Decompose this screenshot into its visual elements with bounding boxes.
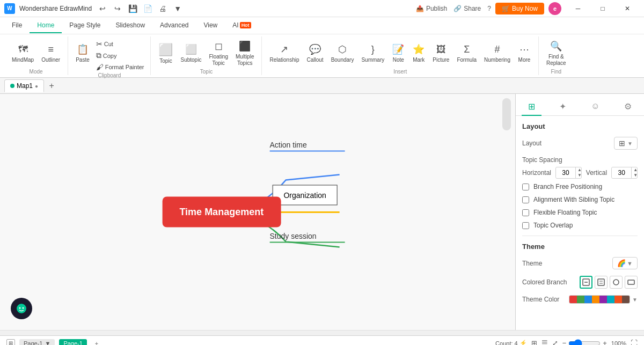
- print-button[interactable]: 🖨: [156, 2, 169, 15]
- horizontal-up[interactable]: ▲: [576, 167, 582, 173]
- theme-select-button[interactable]: 🌈 ▼: [612, 257, 638, 269]
- ai-face-svg: [16, 303, 27, 314]
- canvas[interactable]: Time Management Action time Organization…: [0, 94, 515, 330]
- vertical-scrollbar[interactable]: [502, 98, 511, 130]
- insert-items: ↗ Relationship 💬 Callout ⬡ Boundary } Su…: [266, 36, 534, 69]
- horizontal-input[interactable]: ▲ ▼: [555, 167, 582, 179]
- branch-action-time[interactable]: Action time: [269, 141, 345, 152]
- paste-button[interactable]: 📋 Paste: [72, 39, 93, 69]
- panel-tab-style[interactable]: ✦: [553, 98, 573, 116]
- tab-advanced[interactable]: Advanced: [152, 18, 196, 33]
- status-icon-list[interactable]: ☰: [541, 339, 548, 345]
- tab-close-icon[interactable]: ●: [35, 83, 38, 89]
- horizontal-down[interactable]: ▼: [576, 173, 582, 178]
- theme-color-chevron[interactable]: ▼: [632, 297, 638, 303]
- paste-icon: 📋: [77, 44, 89, 56]
- branch-organization[interactable]: Organization: [272, 185, 337, 205]
- page-1-tab[interactable]: Page-1 ▼: [19, 339, 55, 346]
- floating-topic-button[interactable]: ◻ FloatingTopic: [206, 39, 231, 69]
- vertical-up[interactable]: ▲: [632, 167, 638, 173]
- find-replace-button[interactable]: 🔍 Find &Replace: [543, 39, 569, 69]
- map-tab[interactable]: Map1 ●: [4, 79, 44, 92]
- panel-tab-settings[interactable]: ⚙: [618, 98, 638, 116]
- vertical-down[interactable]: ▼: [632, 173, 638, 178]
- ai-assistant-icon[interactable]: [11, 298, 32, 319]
- status-icon-grid[interactable]: ⊞: [531, 339, 537, 345]
- mode-label: Mode: [30, 69, 43, 76]
- mindmap-button[interactable]: 🗺 MindMap: [9, 39, 37, 69]
- tab-slideshow[interactable]: Slideshow: [108, 18, 152, 33]
- ribbon-group-topic: ⬜ Topic ⬜ Subtopic ◻ FloatingTopic ⬛ Mul…: [151, 36, 262, 75]
- boundary-button[interactable]: ⬡ Boundary: [328, 39, 357, 69]
- maximize-button[interactable]: □: [590, 0, 615, 17]
- note-button[interactable]: 📝 Note: [389, 39, 408, 69]
- panel-content: Layout Layout ⊞ ▼ Topic Spacing Horizont…: [516, 116, 644, 330]
- page-layout-icon[interactable]: ⊞: [6, 339, 15, 346]
- outliner-button[interactable]: ≡ Outliner: [38, 39, 63, 69]
- page-1-active-tab[interactable]: Page-1: [59, 339, 86, 346]
- undo-button[interactable]: ↩: [96, 2, 109, 15]
- branch-study-session[interactable]: Study session: [269, 232, 345, 243]
- theme-color-control: ▼: [569, 295, 638, 304]
- share-button[interactable]: 🔗 Share: [453, 5, 481, 12]
- svg-rect-5: [598, 279, 604, 285]
- flexible-float-checkbox[interactable]: [522, 209, 529, 216]
- buy-now-button[interactable]: 🛒 Buy Now: [495, 3, 544, 14]
- multiple-topics-button[interactable]: ⬛ MultipleTopics: [232, 39, 257, 69]
- tab-file[interactable]: File: [4, 18, 30, 33]
- fullscreen-icon[interactable]: ⛶: [631, 339, 638, 345]
- topic-overlap-checkbox[interactable]: [522, 222, 529, 229]
- tab-view[interactable]: View: [196, 18, 225, 33]
- tab-ai[interactable]: AIHot: [225, 18, 258, 33]
- alignment-checkbox[interactable]: [522, 196, 529, 203]
- topic-button[interactable]: ⬜ Topic: [155, 39, 176, 69]
- add-page-button[interactable]: +: [91, 338, 102, 346]
- summary-button[interactable]: } Summary: [358, 39, 387, 69]
- layout-select-button[interactable]: ⊞ ▼: [614, 137, 638, 150]
- minimize-button[interactable]: ─: [566, 0, 590, 17]
- cb-icon-3: [612, 278, 620, 286]
- formula-button[interactable]: Σ Formula: [453, 39, 480, 69]
- callout-button[interactable]: 💬 Callout: [304, 39, 327, 69]
- find-items: 🔍 Find &Replace: [543, 36, 569, 69]
- tab-home[interactable]: Home: [30, 18, 62, 33]
- cb-option-3[interactable]: [610, 276, 623, 289]
- horizontal-scrollbar-area[interactable]: [0, 330, 644, 335]
- format-painter-button[interactable]: 🖌 Format Painter: [94, 62, 147, 72]
- close-button[interactable]: ✕: [615, 0, 640, 17]
- horizontal-value[interactable]: [556, 168, 575, 178]
- theme-color-swatch[interactable]: [569, 295, 630, 304]
- relationship-button[interactable]: ↗ Relationship: [266, 39, 302, 69]
- status-icon-expand[interactable]: ⤢: [552, 339, 558, 345]
- cb-option-2[interactable]: [595, 276, 608, 289]
- ribbon: File Home Page Style Slideshow Advanced …: [0, 17, 644, 78]
- panel-tab-layout[interactable]: ⊞: [522, 98, 541, 116]
- save-button[interactable]: 💾: [126, 2, 139, 15]
- new-button[interactable]: 📄: [141, 2, 154, 15]
- redo-button[interactable]: ↪: [111, 2, 124, 15]
- subtopic-button[interactable]: ⬜ Subtopic: [177, 39, 204, 69]
- tab-page-style[interactable]: Page Style: [62, 18, 108, 33]
- cb-option-4[interactable]: [625, 276, 638, 289]
- zoom-slider[interactable]: [568, 339, 601, 346]
- more-button[interactable]: ⋯ More: [515, 39, 534, 69]
- vertical-arrows: ▲ ▼: [631, 167, 638, 178]
- panel-tab-emoji[interactable]: ☺: [584, 98, 606, 116]
- vertical-value[interactable]: [612, 168, 631, 178]
- zoom-in-icon[interactable]: +: [603, 339, 607, 345]
- vertical-input[interactable]: ▲ ▼: [611, 167, 638, 179]
- user-avatar[interactable]: e: [548, 2, 561, 15]
- cut-button[interactable]: ✂ Cut: [94, 39, 147, 49]
- zoom-out-icon[interactable]: −: [562, 339, 567, 345]
- picture-button[interactable]: 🖼 Picture: [429, 39, 452, 69]
- mark-button[interactable]: ⭐ Mark: [409, 39, 428, 69]
- central-node[interactable]: Time Management: [162, 197, 281, 227]
- more-button[interactable]: ▼: [171, 2, 184, 15]
- publish-button[interactable]: 📤 Publish: [416, 5, 447, 12]
- cb-option-1[interactable]: [580, 276, 592, 289]
- copy-button[interactable]: ⧉ Copy: [94, 50, 147, 61]
- numbering-button[interactable]: # Numbering: [481, 39, 514, 69]
- help-button[interactable]: ?: [487, 5, 491, 12]
- add-tab-button[interactable]: +: [46, 80, 57, 91]
- branch-free-checkbox[interactable]: [522, 183, 529, 190]
